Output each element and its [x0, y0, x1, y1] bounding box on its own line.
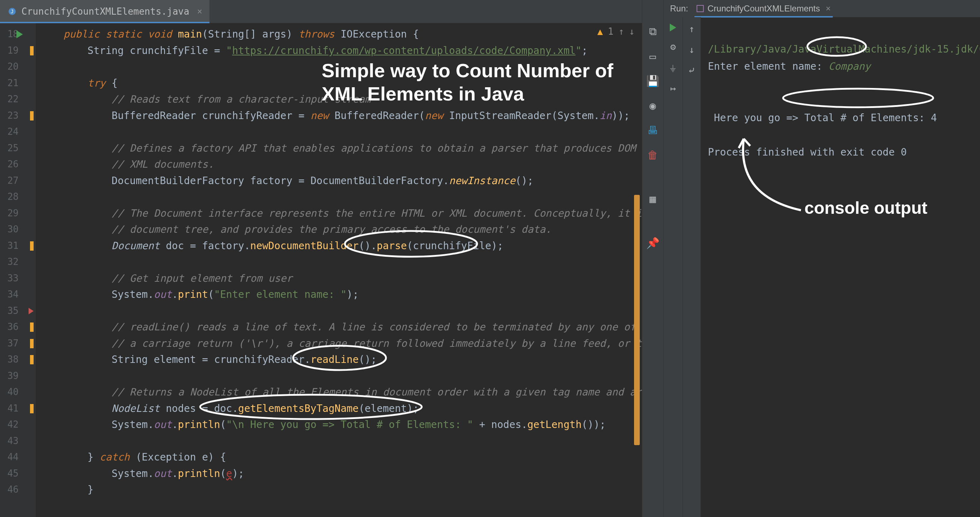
code-line: try {: [36, 75, 642, 91]
code-line: // Get input element from user: [36, 270, 642, 287]
line-number: 25: [0, 140, 36, 156]
rerun-icon[interactable]: [670, 24, 676, 32]
java-file-icon: J: [7, 6, 17, 16]
camera-icon[interactable]: ◉: [649, 99, 656, 112]
change-marker-icon: [30, 355, 33, 364]
svg-text:J: J: [11, 9, 14, 14]
line-number: 41: [0, 401, 36, 417]
delete-icon[interactable]: 🗑: [647, 149, 658, 161]
arrow-down-icon[interactable]: ↓: [689, 44, 694, 55]
nav-down-icon[interactable]: ↓: [629, 26, 635, 37]
code-line: // readLine() reads a line of text. A li…: [36, 319, 642, 335]
code-line: // Defines a factory API that enables ap…: [36, 140, 642, 156]
console-path: /Library/Java/JavaVirtualMachines/jdk-15…: [708, 43, 980, 55]
run-body: ⚙ ⏚ ↦ ↑ ↓ ⤶ /Library/Java/JavaVirtualMac…: [664, 17, 980, 517]
line-number: 26: [0, 156, 36, 173]
close-icon[interactable]: ×: [826, 3, 830, 14]
code-line: System.out.println("\n Here you go => To…: [36, 416, 642, 433]
code-line: System.out.println(e);: [36, 466, 642, 482]
run-gutter-icon[interactable]: [16, 30, 23, 38]
code-editor[interactable]: public static void main(String[] args) t…: [36, 23, 642, 517]
code-line: // Returns a NodeList of all the Element…: [36, 384, 642, 401]
code-line: [36, 124, 642, 140]
code-line: // XML documents.: [36, 156, 642, 173]
line-number: 27: [0, 173, 36, 189]
line-number: 43: [0, 433, 36, 450]
line-number: 32: [0, 254, 36, 270]
pin-icon[interactable]: 📌: [646, 237, 659, 249]
exit-icon[interactable]: ↦: [670, 83, 676, 94]
editor-panel: J CrunchifyCountXMLElements.java × 18 19…: [0, 0, 642, 517]
warning-icon: ▲: [597, 26, 603, 37]
code-line: [36, 303, 642, 319]
annotation-label: console output: [805, 199, 928, 217]
line-number: 23: [0, 108, 36, 124]
run-tab-name: CrunchifyCountXMLElements: [707, 3, 820, 14]
code-line: [36, 59, 642, 75]
run-toolbar-2: ↑ ↓ ⤶: [683, 17, 701, 517]
file-tab-label: CrunchifyCountXMLElements.java: [21, 6, 189, 17]
code-line: NodeList nodes = doc.getElementsByTagNam…: [36, 401, 642, 417]
code-line: } catch (Exception e) {: [36, 449, 642, 466]
wrap-icon[interactable]: ⤶: [688, 65, 695, 76]
layout-icon[interactable]: ▦: [649, 193, 656, 205]
code-line: DocumentBuilderFactory factory = Documen…: [36, 173, 642, 189]
line-number: 30: [0, 221, 36, 238]
line-number: 36: [0, 319, 36, 335]
line-number: 34: [0, 286, 36, 303]
print-icon[interactable]: 🖶: [647, 124, 658, 137]
code-line: [36, 433, 642, 450]
change-marker-icon: [30, 111, 33, 120]
code-line: public static void main(String[] args) t…: [36, 26, 642, 43]
save-icon[interactable]: 💾: [646, 75, 659, 87]
line-number: 45: [0, 466, 36, 482]
warning-count: 1: [608, 26, 614, 37]
line-number: 40: [0, 384, 36, 401]
line-number: 46: [0, 482, 36, 498]
run-label: Run:: [670, 3, 688, 14]
gear-icon[interactable]: ⚙: [670, 41, 676, 52]
svg-point-6: [783, 89, 933, 107]
scrollbar-thumb[interactable]: [634, 195, 640, 445]
code-line: }: [36, 482, 642, 498]
line-number: 22: [0, 91, 36, 108]
nav-up-icon[interactable]: ↑: [618, 26, 624, 37]
editor-side-toolbar: ⧉ ▭ 💾 ◉ 🖶 🗑 ▦ 📌: [642, 0, 663, 517]
change-marker-icon: [30, 339, 33, 348]
line-number: 19: [0, 43, 36, 59]
console-result-prefix: Here you go =>: [708, 112, 805, 124]
copy-icon[interactable]: ⧉: [649, 25, 657, 38]
inspection-bar[interactable]: ▲ 1 ↑ ↓: [597, 26, 635, 37]
file-tab[interactable]: J CrunchifyCountXMLElements.java ×: [0, 0, 210, 23]
line-number: 42: [0, 416, 36, 433]
console-result: Total # of Elements: 4: [804, 112, 937, 124]
run-header: Run: CrunchifyCountXMLElements × ⋮: [664, 0, 980, 17]
gutter: 18 19 20 21 22 23 24 25 26 27 28 29 30 3…: [0, 23, 36, 517]
line-number: 20: [0, 59, 36, 75]
line-number: 29: [0, 205, 36, 222]
breakpoint-icon[interactable]: [29, 308, 33, 314]
line-number: 44: [0, 449, 36, 466]
code-line: Document doc = factory.newDocumentBuilde…: [36, 238, 642, 254]
code-line: // Reads text from a character-input str…: [36, 91, 642, 108]
line-number: 33: [0, 270, 36, 287]
code-line: // The Document interface represents the…: [36, 205, 642, 222]
code-line: [36, 254, 642, 270]
run-toolbar: ⚙ ⏚ ↦: [664, 17, 683, 517]
line-number: 35: [0, 303, 36, 319]
line-number: 39: [0, 368, 36, 385]
run-tab[interactable]: CrunchifyCountXMLElements ×: [694, 0, 833, 17]
clipboard-icon[interactable]: ▭: [649, 50, 656, 62]
editor-tab-bar: J CrunchifyCountXMLElements.java ×: [0, 0, 642, 23]
code-line: System.out.print("Enter element name: ")…: [36, 286, 642, 303]
code-line: [36, 189, 642, 205]
change-marker-icon: [30, 322, 33, 332]
plug-icon[interactable]: ⏚: [670, 62, 676, 73]
console-output[interactable]: /Library/Java/JavaVirtualMachines/jdk-15…: [701, 17, 980, 517]
close-icon[interactable]: ×: [197, 6, 202, 16]
arrow-up-icon[interactable]: ↑: [689, 24, 694, 34]
line-number: 21: [0, 75, 36, 91]
code-line: [36, 368, 642, 385]
code-line: // a carriage return ('\r'), a carriage …: [36, 335, 642, 352]
code-line: String element = crunchifyReader.readLin…: [36, 351, 642, 368]
